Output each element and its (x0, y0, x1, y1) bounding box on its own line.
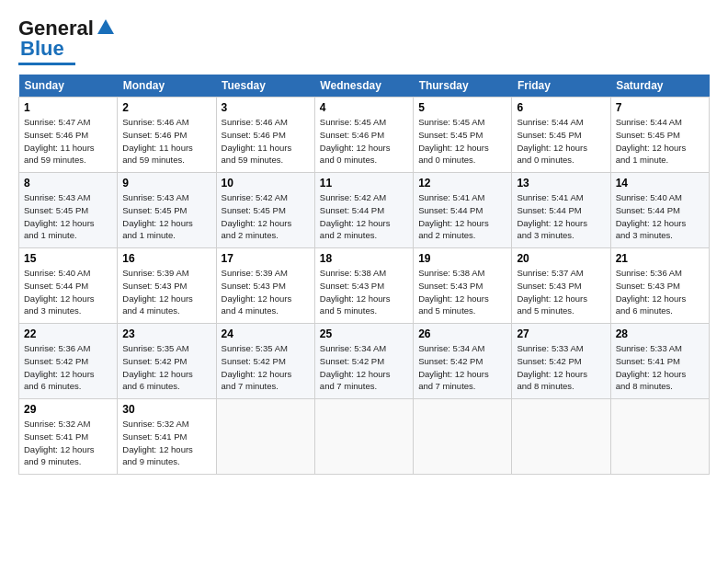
day-info: Sunrise: 5:47 AMSunset: 5:46 PMDaylight:… (24, 116, 112, 167)
day-number: 25 (320, 327, 408, 340)
weekday-header-sunday: Sunday (19, 75, 118, 98)
day-info: Sunrise: 5:37 AMSunset: 5:43 PMDaylight:… (517, 267, 605, 317)
day-cell: 10Sunrise: 5:42 AMSunset: 5:45 PMDayligh… (216, 173, 314, 248)
calendar-page: General Blue SundayMondayTuesdayWednesda… (0, 0, 728, 563)
day-number: 7 (616, 101, 704, 114)
day-info: Sunrise: 5:45 AMSunset: 5:46 PMDaylight:… (320, 116, 408, 167)
day-info: Sunrise: 5:46 AMSunset: 5:46 PMDaylight:… (122, 116, 210, 167)
weekday-header-monday: Monday (118, 75, 216, 98)
day-info: Sunrise: 5:34 AMSunset: 5:42 PMDaylight:… (418, 342, 506, 393)
day-info: Sunrise: 5:35 AMSunset: 5:42 PMDaylight:… (222, 342, 310, 393)
day-info: Sunrise: 5:42 AMSunset: 5:44 PMDaylight:… (320, 191, 408, 242)
day-number: 8 (24, 177, 112, 190)
day-cell: 6Sunrise: 5:44 AMSunset: 5:45 PMDaylight… (512, 98, 610, 173)
day-cell: 7Sunrise: 5:44 AMSunset: 5:45 PMDaylight… (610, 98, 709, 173)
day-number: 17 (222, 252, 310, 265)
day-cell: 27Sunrise: 5:33 AMSunset: 5:42 PMDayligh… (512, 324, 610, 399)
day-info: Sunrise: 5:39 AMSunset: 5:43 PMDaylight:… (122, 267, 210, 317)
day-cell: 24Sunrise: 5:35 AMSunset: 5:42 PMDayligh… (216, 324, 314, 399)
day-info: Sunrise: 5:35 AMSunset: 5:42 PMDaylight:… (122, 342, 210, 393)
day-number: 1 (24, 101, 112, 114)
day-number: 12 (418, 177, 506, 190)
logo-icon (96, 17, 116, 38)
day-info: Sunrise: 5:33 AMSunset: 5:42 PMDaylight:… (517, 342, 605, 393)
day-number: 28 (616, 327, 704, 340)
day-cell: 14Sunrise: 5:40 AMSunset: 5:44 PMDayligh… (610, 173, 709, 248)
svg-marker-0 (97, 19, 114, 34)
day-number: 27 (517, 327, 605, 340)
day-info: Sunrise: 5:43 AMSunset: 5:45 PMDaylight:… (122, 191, 210, 242)
day-number: 23 (122, 327, 210, 340)
day-cell: 17Sunrise: 5:39 AMSunset: 5:43 PMDayligh… (216, 248, 314, 324)
day-info: Sunrise: 5:45 AMSunset: 5:45 PMDaylight:… (418, 116, 506, 167)
day-cell: 13Sunrise: 5:41 AMSunset: 5:44 PMDayligh… (512, 173, 610, 248)
day-cell: 11Sunrise: 5:42 AMSunset: 5:44 PMDayligh… (314, 173, 413, 248)
weekday-header-tuesday: Tuesday (216, 75, 314, 98)
day-number: 15 (24, 252, 112, 265)
day-number: 5 (418, 101, 506, 114)
day-cell: 1Sunrise: 5:47 AMSunset: 5:46 PMDaylight… (19, 98, 118, 173)
week-row-5: 29Sunrise: 5:32 AMSunset: 5:41 PMDayligh… (19, 399, 710, 475)
day-info: Sunrise: 5:33 AMSunset: 5:41 PMDaylight:… (616, 342, 704, 393)
day-number: 19 (418, 252, 506, 265)
week-row-3: 15Sunrise: 5:40 AMSunset: 5:44 PMDayligh… (19, 248, 710, 324)
day-cell (216, 399, 314, 475)
day-cell: 18Sunrise: 5:38 AMSunset: 5:43 PMDayligh… (314, 248, 413, 324)
day-cell (512, 399, 610, 475)
day-info: Sunrise: 5:34 AMSunset: 5:42 PMDaylight:… (320, 342, 408, 393)
day-info: Sunrise: 5:44 AMSunset: 5:45 PMDaylight:… (517, 116, 605, 167)
day-number: 29 (24, 403, 112, 416)
day-info: Sunrise: 5:43 AMSunset: 5:45 PMDaylight:… (24, 191, 112, 242)
day-info: Sunrise: 5:38 AMSunset: 5:43 PMDaylight:… (320, 267, 408, 317)
day-cell: 22Sunrise: 5:36 AMSunset: 5:42 PMDayligh… (19, 324, 118, 399)
day-cell: 20Sunrise: 5:37 AMSunset: 5:43 PMDayligh… (512, 248, 610, 324)
day-info: Sunrise: 5:39 AMSunset: 5:43 PMDaylight:… (222, 267, 310, 317)
day-number: 11 (320, 177, 408, 190)
day-cell: 15Sunrise: 5:40 AMSunset: 5:44 PMDayligh… (19, 248, 118, 324)
day-info: Sunrise: 5:41 AMSunset: 5:44 PMDaylight:… (418, 191, 506, 242)
logo: General Blue (18, 17, 116, 65)
day-info: Sunrise: 5:41 AMSunset: 5:44 PMDaylight:… (517, 191, 605, 242)
day-number: 16 (122, 252, 210, 265)
weekday-header-saturday: Saturday (610, 75, 709, 98)
day-info: Sunrise: 5:40 AMSunset: 5:44 PMDaylight:… (24, 267, 112, 317)
day-cell: 3Sunrise: 5:46 AMSunset: 5:46 PMDaylight… (216, 98, 314, 173)
logo-underline (18, 63, 75, 65)
day-number: 9 (122, 177, 210, 190)
day-info: Sunrise: 5:36 AMSunset: 5:42 PMDaylight:… (24, 342, 112, 393)
day-number: 10 (222, 177, 310, 190)
weekday-header-wednesday: Wednesday (314, 75, 413, 98)
day-cell: 29Sunrise: 5:32 AMSunset: 5:41 PMDayligh… (19, 399, 118, 475)
day-cell: 26Sunrise: 5:34 AMSunset: 5:42 PMDayligh… (414, 324, 512, 399)
day-cell: 4Sunrise: 5:45 AMSunset: 5:46 PMDaylight… (314, 98, 413, 173)
day-info: Sunrise: 5:36 AMSunset: 5:43 PMDaylight:… (616, 267, 704, 317)
day-cell: 30Sunrise: 5:32 AMSunset: 5:41 PMDayligh… (118, 399, 216, 475)
day-cell: 5Sunrise: 5:45 AMSunset: 5:45 PMDaylight… (414, 98, 512, 173)
day-cell: 23Sunrise: 5:35 AMSunset: 5:42 PMDayligh… (118, 324, 216, 399)
day-number: 18 (320, 252, 408, 265)
day-cell: 21Sunrise: 5:36 AMSunset: 5:43 PMDayligh… (610, 248, 709, 324)
day-info: Sunrise: 5:44 AMSunset: 5:45 PMDaylight:… (616, 116, 704, 167)
day-number: 3 (222, 101, 310, 114)
day-info: Sunrise: 5:40 AMSunset: 5:44 PMDaylight:… (616, 191, 704, 242)
day-info: Sunrise: 5:42 AMSunset: 5:45 PMDaylight:… (222, 191, 310, 242)
day-number: 30 (122, 403, 210, 416)
day-number: 6 (517, 101, 605, 114)
day-number: 4 (320, 101, 408, 114)
week-row-2: 8Sunrise: 5:43 AMSunset: 5:45 PMDaylight… (19, 173, 710, 248)
day-cell: 25Sunrise: 5:34 AMSunset: 5:42 PMDayligh… (314, 324, 413, 399)
day-number: 24 (222, 327, 310, 340)
day-cell: 16Sunrise: 5:39 AMSunset: 5:43 PMDayligh… (118, 248, 216, 324)
day-number: 22 (24, 327, 112, 340)
day-info: Sunrise: 5:32 AMSunset: 5:41 PMDaylight:… (122, 418, 210, 468)
day-cell (610, 399, 709, 475)
day-cell: 28Sunrise: 5:33 AMSunset: 5:41 PMDayligh… (610, 324, 709, 399)
day-info: Sunrise: 5:32 AMSunset: 5:41 PMDaylight:… (24, 418, 112, 468)
logo-blue: Blue (20, 37, 64, 60)
week-row-4: 22Sunrise: 5:36 AMSunset: 5:42 PMDayligh… (19, 324, 710, 399)
day-cell: 19Sunrise: 5:38 AMSunset: 5:43 PMDayligh… (414, 248, 512, 324)
day-number: 20 (517, 252, 605, 265)
week-row-1: 1Sunrise: 5:47 AMSunset: 5:46 PMDaylight… (19, 98, 710, 173)
day-cell (314, 399, 413, 475)
day-cell: 12Sunrise: 5:41 AMSunset: 5:44 PMDayligh… (414, 173, 512, 248)
